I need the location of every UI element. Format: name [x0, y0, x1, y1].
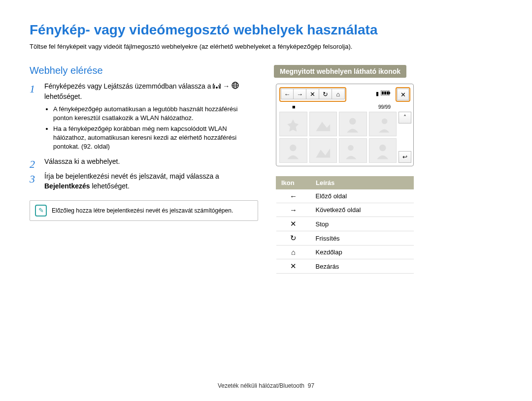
footer-page-number: 97	[308, 382, 314, 389]
step3-text-b: lehetőséget.	[92, 182, 130, 190]
svg-point-14	[348, 145, 354, 151]
scroll-up-button[interactable]: ˄	[399, 112, 411, 123]
row-desc: Stop	[311, 217, 414, 231]
folder-icon: ■	[292, 104, 296, 110]
thumbnail[interactable]	[309, 138, 337, 163]
refresh-button[interactable]: ↻	[319, 89, 332, 99]
scroll-buttons: ˄ ↩	[399, 112, 410, 163]
thumbnail[interactable]	[339, 112, 367, 136]
footer-text: Vezeték nélküli hálózat/Bluetooth	[218, 382, 304, 389]
battery-icon	[381, 91, 391, 96]
steps-list: Fényképezés vagy Lejátszás üzemmódban vá…	[30, 81, 258, 191]
row-desc: Kezdőlap	[311, 246, 414, 259]
close-button[interactable]: ✕	[397, 89, 409, 100]
arrow-separator: →	[223, 82, 232, 90]
row-icon: ⌂	[276, 246, 311, 259]
thumbnail-grid	[279, 112, 397, 163]
stop-button[interactable]: ✕	[306, 89, 319, 99]
two-column-layout: Webhely elérése Fényképezés vagy Lejátsz…	[30, 65, 502, 274]
icon-description-table: Ikon Leírás ← Előző oldal → Következő ol…	[276, 176, 414, 274]
return-button[interactable]: ↩	[399, 151, 411, 163]
step-2: Válassza ki a webhelyet.	[30, 156, 258, 166]
signal-icon: ▮	[376, 91, 379, 97]
page-counter: 99/99	[378, 104, 391, 110]
table-row: ← Előző oldal	[276, 189, 414, 203]
forward-button[interactable]: →	[294, 89, 306, 99]
wireless-icon	[213, 82, 221, 92]
table-row: ✕ Bezárás	[276, 259, 414, 274]
svg-rect-7	[384, 92, 386, 94]
row-desc: Bezárás	[311, 259, 414, 274]
svg-point-10	[350, 118, 356, 124]
note-text: Előzőleg hozza létre bejelentkezési nevé…	[52, 207, 233, 214]
th-desc: Leírás	[311, 177, 414, 189]
status-area: ▮	[348, 87, 394, 100]
svg-rect-6	[382, 92, 384, 94]
subheader-row: ■ 99/99	[279, 104, 410, 110]
toolbar-highlight-group: ← → ✕ ↻ ⌂	[279, 87, 346, 102]
table-row: → Következő oldal	[276, 203, 414, 217]
row-desc: Előző oldal	[311, 189, 414, 203]
thumbnail[interactable]	[279, 138, 307, 163]
thumbnail-area: ˄ ↩	[279, 112, 410, 163]
callout-title: Megnyitott webhelyen látható ikonok	[274, 65, 406, 78]
step3-bold: Bejelentkezés	[44, 182, 90, 190]
note-icon: ✎	[35, 205, 47, 216]
right-column: Megnyitott webhelyen látható ikonok ← → …	[274, 65, 502, 274]
table-row: ↻ Frissítés	[276, 231, 414, 246]
step-1: Fényképezés vagy Lejátszás üzemmódban vá…	[30, 81, 258, 152]
close-highlight: ✕	[396, 87, 410, 102]
row-icon: ✕	[276, 259, 311, 274]
svg-point-0	[216, 87, 218, 89]
th-icon: Ikon	[276, 177, 311, 189]
row-icon: →	[276, 203, 311, 217]
manual-page: Fénykép- vagy videómegosztó webhelyek ha…	[0, 0, 532, 401]
left-column: Webhely elérése Fényképezés vagy Lejátsz…	[30, 65, 258, 274]
svg-point-15	[379, 145, 386, 151]
table-row: ✕ Stop	[276, 217, 414, 231]
intro-text: Töltse fel fényképeit vagy videóit fájlm…	[30, 43, 502, 50]
globe-icon	[232, 82, 239, 92]
row-desc: Frissítés	[311, 231, 414, 246]
step1-text-b: lehetőséget.	[44, 93, 82, 100]
bullet-item: A fényképezőgép automatikusan a legutóbb…	[53, 105, 258, 123]
thumbnail[interactable]	[339, 138, 367, 163]
bullet-item: Ha a fényképezőgép korábban még nem kapc…	[53, 124, 258, 152]
page-footer: Vezeték nélküli hálózat/Bluetooth 97	[0, 382, 532, 389]
svg-marker-9	[316, 122, 330, 131]
home-button[interactable]: ⌂	[332, 89, 345, 99]
step3-text-a: Írja be bejelentkezési nevét és jelszavá…	[44, 172, 219, 180]
step-3: Írja be bejelentkezési nevét és jelszavá…	[30, 171, 258, 191]
table-row: ⌂ Kezdőlap	[276, 246, 414, 259]
back-button[interactable]: ←	[281, 89, 294, 99]
device-screen: ← → ✕ ↻ ⌂ ▮ ✕	[276, 84, 414, 166]
page-title: Fénykép- vagy videómegosztó webhelyek ha…	[30, 22, 502, 38]
section-title: Webhely elérése	[30, 65, 258, 76]
svg-rect-5	[389, 92, 390, 94]
svg-point-12	[290, 145, 297, 151]
toolbar-row: ← → ✕ ↻ ⌂ ▮ ✕	[279, 87, 410, 102]
svg-marker-13	[316, 148, 330, 157]
row-icon: ✕	[276, 217, 311, 231]
step1-text-a: Fényképezés vagy Lejátszás üzemmódban vá…	[44, 82, 213, 90]
note-box: ✎ Előzőleg hozza létre bejelentkezési ne…	[30, 200, 258, 221]
thumbnail[interactable]	[369, 138, 397, 163]
svg-point-11	[382, 118, 388, 124]
svg-rect-8	[387, 92, 389, 94]
thumbnail[interactable]	[369, 112, 397, 136]
thumbnail[interactable]	[279, 112, 307, 136]
row-icon: ←	[276, 189, 311, 203]
row-icon: ↻	[276, 231, 311, 246]
thumbnail[interactable]	[309, 112, 337, 136]
step1-bullets: A fényképezőgép automatikusan a legutóbb…	[44, 105, 258, 152]
row-desc: Következő oldal	[311, 203, 414, 217]
